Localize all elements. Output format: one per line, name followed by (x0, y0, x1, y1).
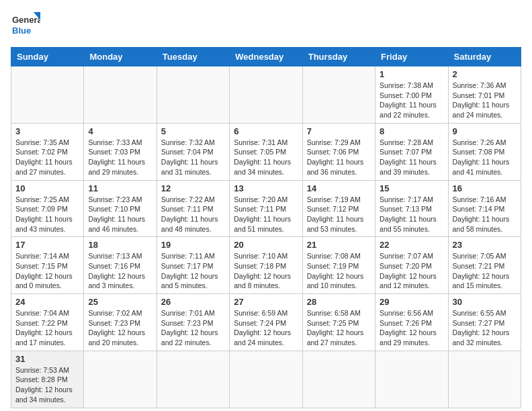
day-info: Sunrise: 7:19 AM Sunset: 7:12 PM Dayligh… (307, 195, 371, 234)
day-info: Sunrise: 7:28 AM Sunset: 7:07 PM Dayligh… (380, 138, 443, 177)
day-info: Sunrise: 7:31 AM Sunset: 7:05 PM Dayligh… (234, 138, 298, 177)
calendar-cell (375, 351, 448, 408)
day-info: Sunrise: 7:08 AM Sunset: 7:19 PM Dayligh… (307, 251, 371, 291)
day-info: Sunrise: 6:55 AM Sunset: 7:27 PM Dayligh… (453, 308, 517, 348)
day-number: 22 (380, 240, 443, 250)
day-info: Sunrise: 7:05 AM Sunset: 7:21 PM Dayligh… (453, 251, 517, 291)
calendar-cell: 30Sunrise: 6:55 AM Sunset: 7:27 PM Dayli… (448, 294, 521, 351)
day-info: Sunrise: 7:13 AM Sunset: 7:16 PM Dayligh… (88, 251, 152, 291)
calendar-cell: 23Sunrise: 7:05 AM Sunset: 7:21 PM Dayli… (448, 237, 521, 294)
day-number: 11 (88, 183, 152, 193)
calendar-cell (230, 351, 302, 408)
calendar-cell: 28Sunrise: 6:58 AM Sunset: 7:25 PM Dayli… (302, 294, 375, 351)
calendar-cell: 4Sunrise: 7:33 AM Sunset: 7:03 PM Daylig… (84, 123, 157, 180)
day-number: 10 (15, 183, 79, 193)
day-number: 24 (15, 297, 79, 307)
day-info: Sunrise: 7:16 AM Sunset: 7:14 PM Dayligh… (453, 195, 517, 234)
calendar-cell (448, 351, 521, 408)
week-row-1: 1Sunrise: 7:38 AM Sunset: 7:00 PM Daylig… (11, 66, 521, 124)
calendar-cell: 13Sunrise: 7:20 AM Sunset: 7:11 PM Dayli… (230, 180, 302, 237)
calendar-cell (302, 351, 375, 408)
week-row-6: 31Sunrise: 7:53 AM Sunset: 8:28 PM Dayli… (11, 351, 521, 408)
calendar-cell: 24Sunrise: 7:04 AM Sunset: 7:22 PM Dayli… (11, 294, 84, 351)
day-number: 25 (88, 297, 152, 307)
calendar-cell: 14Sunrise: 7:19 AM Sunset: 7:12 PM Dayli… (302, 180, 375, 237)
day-number: 29 (380, 297, 443, 307)
day-number: 7 (307, 126, 371, 136)
calendar-cell: 19Sunrise: 7:11 AM Sunset: 7:17 PM Dayli… (157, 237, 229, 294)
day-number: 21 (307, 240, 371, 250)
calendar: SundayMondayTuesdayWednesdayThursdayFrid… (11, 47, 521, 408)
calendar-cell: 11Sunrise: 7:23 AM Sunset: 7:10 PM Dayli… (84, 180, 157, 237)
day-info: Sunrise: 7:04 AM Sunset: 7:22 PM Dayligh… (15, 308, 79, 348)
week-row-3: 10Sunrise: 7:25 AM Sunset: 7:09 PM Dayli… (11, 180, 521, 237)
calendar-cell (302, 66, 375, 124)
day-info: Sunrise: 7:32 AM Sunset: 7:04 PM Dayligh… (161, 138, 225, 177)
day-info: Sunrise: 6:58 AM Sunset: 7:25 PM Dayligh… (307, 308, 371, 348)
svg-text:Blue: Blue (12, 26, 31, 36)
day-info: Sunrise: 6:56 AM Sunset: 7:26 PM Dayligh… (380, 308, 443, 348)
day-number: 19 (161, 240, 225, 250)
calendar-cell (230, 66, 302, 124)
day-number: 4 (88, 126, 152, 136)
day-number: 3 (15, 126, 79, 136)
calendar-cell: 25Sunrise: 7:02 AM Sunset: 7:23 PM Dayli… (84, 294, 157, 351)
weekday-header-tuesday: Tuesday (157, 48, 229, 66)
day-info: Sunrise: 7:29 AM Sunset: 7:06 PM Dayligh… (307, 138, 371, 177)
svg-text:General: General (12, 15, 40, 25)
calendar-cell (157, 351, 229, 408)
day-number: 6 (234, 126, 298, 136)
day-info: Sunrise: 7:14 AM Sunset: 7:15 PM Dayligh… (15, 251, 79, 291)
calendar-cell: 9Sunrise: 7:26 AM Sunset: 7:08 PM Daylig… (448, 123, 521, 180)
week-row-2: 3Sunrise: 7:35 AM Sunset: 7:02 PM Daylig… (11, 123, 521, 180)
day-number: 26 (161, 297, 225, 307)
day-info: Sunrise: 7:10 AM Sunset: 7:18 PM Dayligh… (234, 251, 298, 291)
day-info: Sunrise: 7:38 AM Sunset: 7:00 PM Dayligh… (380, 81, 443, 120)
day-number: 27 (234, 297, 298, 307)
calendar-cell: 10Sunrise: 7:25 AM Sunset: 7:09 PM Dayli… (11, 180, 84, 237)
day-info: Sunrise: 7:07 AM Sunset: 7:20 PM Dayligh… (380, 251, 443, 291)
day-number: 16 (453, 183, 517, 193)
day-number: 12 (161, 183, 225, 193)
logo-svg: General Blue (11, 11, 40, 40)
calendar-cell (157, 66, 229, 124)
day-number: 28 (307, 297, 371, 307)
calendar-cell: 21Sunrise: 7:08 AM Sunset: 7:19 PM Dayli… (302, 237, 375, 294)
calendar-cell: 29Sunrise: 6:56 AM Sunset: 7:26 PM Dayli… (375, 294, 448, 351)
day-number: 17 (15, 240, 79, 250)
weekday-header-wednesday: Wednesday (230, 48, 302, 66)
calendar-cell: 17Sunrise: 7:14 AM Sunset: 7:15 PM Dayli… (11, 237, 84, 294)
day-info: Sunrise: 7:11 AM Sunset: 7:17 PM Dayligh… (161, 251, 225, 291)
day-number: 14 (307, 183, 371, 193)
day-number: 9 (453, 126, 517, 136)
day-info: Sunrise: 7:23 AM Sunset: 7:10 PM Dayligh… (88, 195, 152, 234)
day-number: 1 (380, 69, 443, 79)
day-number: 13 (234, 183, 298, 193)
calendar-cell: 6Sunrise: 7:31 AM Sunset: 7:05 PM Daylig… (230, 123, 302, 180)
day-info: Sunrise: 7:01 AM Sunset: 7:23 PM Dayligh… (161, 308, 225, 348)
calendar-cell: 16Sunrise: 7:16 AM Sunset: 7:14 PM Dayli… (448, 180, 521, 237)
calendar-cell (84, 351, 157, 408)
day-info: Sunrise: 7:26 AM Sunset: 7:08 PM Dayligh… (453, 138, 517, 177)
calendar-cell: 31Sunrise: 7:53 AM Sunset: 8:28 PM Dayli… (11, 351, 84, 408)
calendar-cell: 3Sunrise: 7:35 AM Sunset: 7:02 PM Daylig… (11, 123, 84, 180)
day-info: Sunrise: 7:17 AM Sunset: 7:13 PM Dayligh… (380, 195, 443, 234)
calendar-cell: 5Sunrise: 7:32 AM Sunset: 7:04 PM Daylig… (157, 123, 229, 180)
day-number: 8 (380, 126, 443, 136)
logo: General Blue (11, 11, 40, 40)
calendar-cell: 2Sunrise: 7:36 AM Sunset: 7:01 PM Daylig… (448, 66, 521, 124)
day-info: Sunrise: 7:25 AM Sunset: 7:09 PM Dayligh… (15, 195, 79, 234)
calendar-cell: 15Sunrise: 7:17 AM Sunset: 7:13 PM Dayli… (375, 180, 448, 237)
weekday-header-sunday: Sunday (11, 48, 84, 66)
calendar-cell: 18Sunrise: 7:13 AM Sunset: 7:16 PM Dayli… (84, 237, 157, 294)
day-info: Sunrise: 6:59 AM Sunset: 7:24 PM Dayligh… (234, 308, 298, 348)
weekday-header-row: SundayMondayTuesdayWednesdayThursdayFrid… (11, 48, 521, 66)
day-number: 20 (234, 240, 298, 250)
day-info: Sunrise: 7:02 AM Sunset: 7:23 PM Dayligh… (88, 308, 152, 348)
calendar-cell: 27Sunrise: 6:59 AM Sunset: 7:24 PM Dayli… (230, 294, 302, 351)
calendar-cell: 22Sunrise: 7:07 AM Sunset: 7:20 PM Dayli… (375, 237, 448, 294)
day-info: Sunrise: 7:33 AM Sunset: 7:03 PM Dayligh… (88, 138, 152, 177)
day-number: 15 (380, 183, 443, 193)
day-info: Sunrise: 7:53 AM Sunset: 8:28 PM Dayligh… (15, 365, 79, 405)
weekday-header-monday: Monday (84, 48, 157, 66)
